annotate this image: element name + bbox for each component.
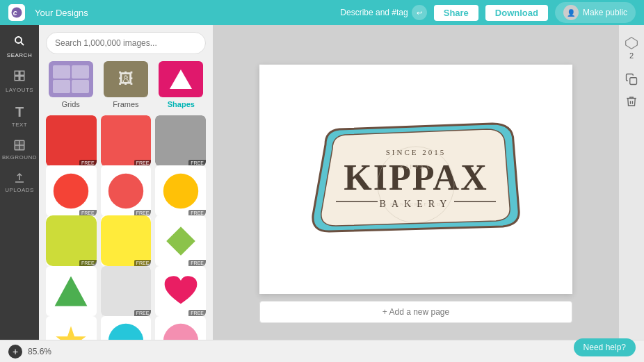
sidebar-search-label: SEARCH [7,52,32,58]
avatar: 👤 [563,5,579,20]
category-shapes[interactable]: Shapes [156,61,206,108]
shapes-thumbnail [159,61,203,97]
need-help-button[interactable]: Need help? [574,338,636,356]
shapes-grid: FREE FREE FREE FREE FREE FREE [39,115,213,362]
svg-text:c: c [13,8,17,17]
svg-rect-10 [20,141,24,145]
page-number: 2 [629,51,634,60]
make-public-button[interactable]: 👤 Make public [555,2,636,23]
category-grids[interactable]: Grids [46,61,95,108]
svg-rect-6 [15,76,19,81]
triangle-icon [170,69,192,89]
sidebar-uploads-label: UPLOADS [5,187,34,193]
sidebar-item-background[interactable]: BKGROUND [0,135,39,165]
text-icon: T [15,104,24,120]
grids-label: Grids [62,100,80,108]
svg-marker-18 [55,276,88,306]
shape-cell-light-gray-rect[interactable]: FREE [101,266,152,317]
grids-thumbnail [49,61,93,97]
shape-cell-red-rect[interactable]: FREE [46,115,97,166]
svg-text:KIPPAX: KIPPAX [400,164,432,170]
shape-cell-yellow-circle[interactable]: FREE [155,165,206,216]
svg-marker-17 [166,227,195,256]
svg-marker-30 [626,38,638,49]
free-badge: FREE [79,260,97,266]
shapes-panel: Grids 🖼 Frames Shapes FREE [39,25,213,362]
sidebar-background-label: BKGROUND [2,154,37,161]
shape-cell-green-triangle[interactable] [46,266,97,317]
svg-rect-5 [20,71,24,75]
copy-button[interactable] [623,71,640,88]
svg-text:SINCE 2015: SINCE 2015 [386,148,446,156]
canvas-area: SINCE 2015 KIPPAX BAKERY KIPPAX HANDCRAF… [213,25,619,362]
frames-label: Frames [113,100,138,108]
search-bar [39,25,213,61]
trash-icon [623,93,640,110]
sidebar-item-layouts[interactable]: LAYOUTS [0,65,39,97]
shape-cell-orange-rect[interactable]: FREE [101,115,152,166]
download-button[interactable]: Download [485,5,548,21]
svg-text:HANDCRAFTED: HANDCRAFTED [390,201,442,207]
copy-icon [623,71,640,88]
zoom-level: 85.6% [28,347,51,356]
free-badge: FREE [188,310,206,316]
sidebar-layouts-label: LAYOUTS [6,87,33,93]
sidebar-item-text[interactable]: T TEXT [0,100,39,132]
make-public-label: Make public [583,8,627,17]
svg-rect-7 [20,76,24,81]
frames-thumbnail: 🖼 [104,61,148,97]
shape-cell-yellow-rect[interactable]: FREE [101,215,152,266]
shape-cell-green-diamond[interactable]: FREE [155,215,206,266]
header: c Your Designs Describe and #tag ↩ Share… [0,0,644,25]
free-badge: FREE [134,310,152,316]
frame-icon: 🖼 [118,70,134,88]
page-number-indicator: 2 [625,36,638,60]
category-tabs: Grids 🖼 Frames Shapes [39,61,213,115]
sidebar-item-uploads[interactable]: UPLOADS [0,167,39,197]
shape-cell-lime-rect[interactable]: FREE [46,215,97,266]
delete-button[interactable] [623,93,640,110]
shape-cell-pink-circle[interactable]: FREE [101,165,152,216]
bottom-bar: + 85.6% [0,340,644,362]
share-button[interactable]: Share [434,5,478,21]
shape-cell-gray-rect[interactable]: FREE [155,115,206,166]
search-input[interactable] [46,32,206,54]
svg-point-14 [54,173,88,208]
background-icon [13,139,26,153]
canvas-page[interactable]: SINCE 2015 KIPPAX BAKERY KIPPAX HANDCRAF… [259,65,572,294]
shapes-label: Shapes [168,100,195,108]
svg-point-15 [108,173,143,208]
svg-point-2 [15,37,22,43]
sidebar-text-label: TEXT [12,122,27,128]
search-icon [13,35,26,51]
free-badge: FREE [188,260,206,266]
main-layout: SEARCH LAYOUTS T TEXT [0,25,644,362]
svg-rect-12 [20,146,24,149]
canva-logo-icon: c [8,4,25,21]
left-sidebar: SEARCH LAYOUTS T TEXT [0,25,39,362]
layouts-icon [13,69,26,85]
shape-cell-pink-heart[interactable]: FREE [155,266,206,317]
free-badge: FREE [134,260,152,266]
svg-rect-9 [15,141,19,145]
sidebar-item-search[interactable]: SEARCH [0,31,39,63]
svg-line-3 [21,42,24,45]
right-toolbar: 2 [619,25,644,362]
page-title: Your Designs [35,8,88,18]
zoom-plus-button[interactable]: + [8,345,22,359]
tag-icon: ↩ [412,5,427,20]
describe-tag-label: Describe and #tag [340,8,408,17]
uploads-icon [13,172,26,186]
svg-point-16 [163,173,198,208]
svg-rect-31 [630,78,637,85]
canva-logo[interactable]: c [8,4,25,21]
describe-and-tag-button[interactable]: Describe and #tag ↩ [340,5,426,20]
svg-rect-11 [15,146,19,149]
svg-rect-4 [15,71,19,75]
add-page-button[interactable]: + Add a new page [259,301,572,323]
canvas-content: SINCE 2015 KIPPAX BAKERY KIPPAX HANDCRAF… [298,103,534,256]
category-frames[interactable]: 🖼 Frames [101,61,150,108]
shape-cell-red-circle[interactable]: FREE [46,165,97,216]
